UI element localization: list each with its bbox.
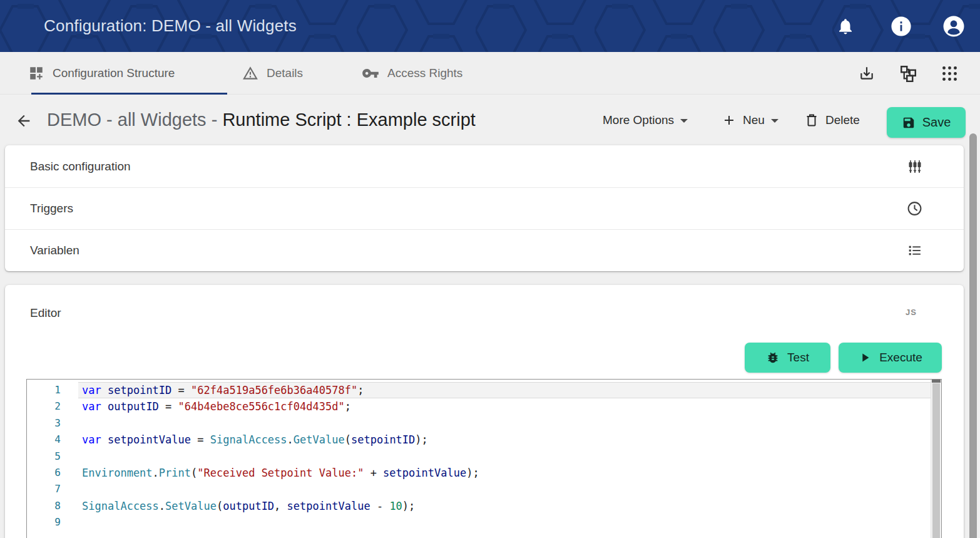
more-options-button[interactable]: More Options	[603, 95, 688, 145]
new-label: Neu	[743, 113, 765, 127]
floppy-icon	[902, 116, 916, 130]
execute-label: Execute	[879, 351, 922, 365]
editor-label: Editor	[30, 306, 61, 320]
tab-label: Access Rights	[387, 66, 462, 80]
notifications-icon[interactable]	[836, 0, 855, 52]
section-label: Variablen	[30, 244, 79, 257]
bug-icon	[766, 351, 780, 365]
code-line[interactable]: 6Environment.Print("Received Setpoint Va…	[27, 465, 931, 481]
page-scrollbar-thumb[interactable]	[969, 133, 977, 538]
info-icon[interactable]	[891, 0, 912, 52]
code-line-text[interactable]	[78, 481, 931, 497]
language-badge: JS	[906, 308, 917, 317]
play-icon	[858, 351, 872, 365]
line-number: 8	[27, 498, 78, 514]
page-title: DEMO - all Widgets - Runtime Script : Ex…	[47, 95, 476, 145]
code-line[interactable]: 3	[27, 415, 931, 432]
hierarchy-icon[interactable]	[900, 52, 917, 95]
warning-icon	[242, 65, 258, 81]
delete-label: Delete	[825, 113, 860, 127]
line-number: 2	[27, 398, 78, 415]
section-triggers[interactable]: Triggers	[5, 187, 964, 229]
execute-button[interactable]: Execute	[839, 343, 942, 373]
test-button[interactable]: Test	[745, 343, 830, 373]
section-variablen[interactable]: Variablen	[5, 229, 964, 271]
line-number: 4	[27, 432, 78, 448]
code-line[interactable]: 9	[27, 514, 931, 530]
editor-scrollbar[interactable]	[931, 380, 941, 538]
code-line-text[interactable]: Environment.Print("Received Setpoint Val…	[78, 465, 931, 481]
tune-icon	[907, 159, 922, 174]
save-label: Save	[922, 115, 951, 130]
download-icon[interactable]	[859, 52, 875, 95]
code-line-text[interactable]	[78, 514, 931, 530]
clock-icon	[907, 201, 922, 217]
code-line-text[interactable]: SignalAccess.SetValue(outputID, setpoint…	[78, 498, 931, 514]
editor-scrollbar-thumb[interactable]	[932, 383, 940, 538]
code-line[interactable]: 2var outputID = "64b4ebe8ce556c1cf04d435…	[27, 398, 931, 415]
app-title: Configuration: DEMO - all Widgets	[44, 0, 297, 52]
code-line[interactable]: 8SignalAccess.SetValue(outputID, setpoin…	[27, 498, 931, 514]
section-basic-configuration[interactable]: Basic configuration	[5, 145, 964, 187]
configuration-sections-card: Basic configuration Triggers Variablen	[5, 145, 964, 271]
code-line-text[interactable]	[78, 448, 931, 465]
code-editor[interactable]: 1var setpointID = "62f4a519a56fe6b36a405…	[26, 379, 942, 538]
code-line-text[interactable]: var outputID = "64b4ebe8ce556c1cf04d435d…	[78, 398, 931, 415]
save-button[interactable]: Save	[887, 107, 966, 138]
trash-icon	[804, 113, 819, 128]
page-scrollbar[interactable]	[966, 95, 980, 538]
test-label: Test	[787, 351, 809, 365]
line-number: 3	[27, 415, 78, 432]
page-toolbar: DEMO - all Widgets - Runtime Script : Ex…	[0, 95, 980, 145]
section-label: Triggers	[30, 202, 73, 215]
tab-label: Configuration Structure	[53, 66, 175, 80]
plus-icon	[722, 113, 737, 128]
arrow-back-icon[interactable]	[15, 112, 33, 130]
delete-button[interactable]: Delete	[804, 95, 860, 145]
tab-details[interactable]: Details	[242, 52, 303, 95]
list-icon	[907, 243, 922, 259]
code-lines: 1var setpointID = "62f4a519a56fe6b36a405…	[27, 382, 931, 531]
line-number: 1	[27, 382, 78, 398]
tab-access-rights[interactable]: Access Rights	[362, 52, 462, 95]
account-icon[interactable]	[942, 0, 965, 52]
chevron-down-icon	[680, 119, 688, 123]
line-number: 5	[27, 448, 78, 465]
chevron-down-icon	[771, 119, 778, 123]
key-icon	[362, 65, 379, 82]
line-number: 9	[27, 514, 78, 530]
code-line[interactable]: 7	[27, 481, 931, 497]
grid-dots-icon[interactable]	[941, 52, 958, 95]
tab-configuration-structure[interactable]: Configuration Structure	[28, 52, 175, 95]
new-button[interactable]: Neu	[722, 95, 778, 145]
code-line[interactable]: 5	[27, 448, 931, 465]
section-label: Basic configuration	[30, 160, 131, 173]
editor-card: Editor JS Test Execute 1var setpointID =…	[5, 285, 964, 538]
line-number: 7	[27, 481, 78, 497]
code-line[interactable]: 1var setpointID = "62f4a519a56fe6b36a405…	[27, 382, 931, 398]
code-line[interactable]: 4var setpointValue = SignalAccess.GetVal…	[27, 432, 931, 448]
line-number: 6	[27, 465, 78, 481]
page-title-prefix: DEMO - all Widgets -	[47, 110, 222, 130]
code-line-text[interactable]	[78, 415, 931, 432]
editor-scrollbar-shadow	[932, 380, 941, 383]
code-line-text[interactable]: var setpointID = "62f4a519a56fe6b36a4057…	[78, 382, 931, 398]
dashboard-customize-icon	[28, 65, 44, 81]
page-title-main: Runtime Script : Example script	[222, 110, 476, 130]
tab-bar: Configuration Structure Details Access R…	[0, 52, 980, 95]
app-header: Configuration: DEMO - all Widgets	[0, 0, 980, 52]
code-line-text[interactable]: var setpointValue = SignalAccess.GetValu…	[78, 432, 931, 448]
tab-label: Details	[267, 66, 303, 80]
more-options-label: More Options	[603, 113, 674, 127]
